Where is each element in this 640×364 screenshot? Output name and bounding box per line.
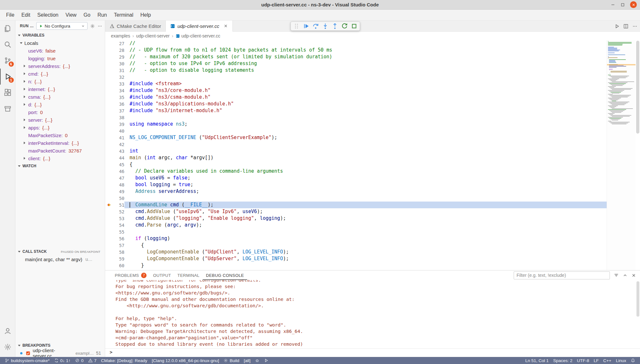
code-text[interactable] [124,74,607,80]
gutter[interactable] [105,168,114,175]
editor-tab-cmake-cache-editor[interactable]: CMake Cache Editor [105,21,166,31]
maximize-panel-icon[interactable] [623,273,627,278]
run-more-actions-icon[interactable] [97,24,102,29]
debug-settings-gear-icon[interactable] [90,24,95,29]
gutter[interactable] [105,141,114,148]
variable-row[interactable]: useV6:false [15,47,105,54]
code-line-44[interactable]: 44main (int argc, char *argv[]) [105,154,607,161]
variable-row[interactable]: maxPacketCount:32767 [15,147,105,154]
call-stack-frame[interactable]: main(int argc, char ** argv) u… [15,255,105,263]
variables-section-header[interactable]: VARIABLES [15,31,105,39]
menu-edit[interactable]: Edit [18,10,34,20]
gutter[interactable] [105,242,114,249]
gutter[interactable] [105,107,114,114]
variable-row[interactable]: cmd:{...} [15,70,105,78]
code-text[interactable]: Address serverAddress; [124,188,607,195]
breakpoint-row[interactable]: udp-client-server.cc exampl… 51 [15,349,105,357]
activity-extensions[interactable] [0,85,15,101]
code-line-35[interactable]: 35#include "ns3/csma-module.h" [105,94,607,101]
activity-source-control[interactable]: 6 [0,53,15,69]
split-editor-icon[interactable] [623,24,628,29]
gutter[interactable] [105,54,114,60]
code-line-42[interactable]: 42 [105,141,607,148]
menu-run[interactable]: Run [94,10,110,20]
variables-scope-locals[interactable]: Locals [15,39,105,47]
variable-row[interactable]: d:{...} [15,101,105,108]
code-line-45[interactable]: 45{ [105,161,607,168]
code-text[interactable]: LogComponentEnable ("UdpClient", LOG_LEV… [124,249,607,255]
code-line-29[interactable]: 29// - maximum of 320 packets sent (or l… [105,54,607,60]
code-line-36[interactable]: 36#include "ns3/applications-module.h" [105,101,607,107]
code-line-33[interactable]: 33#include <fstream> [105,80,607,87]
code-text[interactable]: cmd.Parse (argc, argv); [124,222,607,228]
code-line-56[interactable]: 56 if (logging) [105,235,607,242]
current-line-gutter[interactable] [105,202,114,208]
status-warnings[interactable]: 7 [86,357,99,364]
code-line-40[interactable]: 40 [105,128,607,134]
editor-scrollbar[interactable] [636,40,640,270]
editor-tab-udp-client-server-cc[interactable]: udp-client-server.cc [166,21,232,32]
activity-cmake-tools[interactable] [0,101,15,117]
code-text[interactable]: #include <fstream> [124,80,607,87]
console-scrollbar[interactable] [636,281,639,317]
code-text[interactable]: // [124,40,607,47]
code-text[interactable]: // - option to use IPv4 or IPv6 addressi… [124,60,607,67]
panel-tab-output[interactable]: OUTPUT [150,270,174,280]
gutter[interactable] [105,255,114,262]
code-line-58[interactable]: 58 LogComponentEnable ("UdpClient", LOG_… [105,249,607,255]
code-line-52[interactable]: 52 cmd.AddValue ("useIpv6", "Use Ipv6", … [105,208,607,215]
status-cmake-debug[interactable] [253,357,262,364]
code-text[interactable]: CommandLine cmd (__FILE__); [124,202,607,208]
gutter[interactable] [105,181,114,188]
code-text[interactable] [124,195,607,202]
code-line-57[interactable]: 57 { [105,242,607,249]
code-text[interactable]: #include "ns3/csma-module.h" [124,94,607,101]
panel-tab-debug-console[interactable]: DEBUG CONSOLE [203,270,247,280]
gutter[interactable] [105,60,114,67]
console-filter-input[interactable] [514,271,610,279]
menu-go[interactable]: Go [80,10,94,20]
close-tab-icon[interactable] [223,24,228,28]
code-line-30[interactable]: 30// - option to use IPv4 or IPv6 addres… [105,60,607,67]
status-git-branch[interactable]: buildsystem-cmake* [3,357,52,364]
debug-console-output[interactable]: Type "show configuration" for configurat… [105,280,640,357]
code-text[interactable]: #include "ns3/internet-module.h" [124,107,607,114]
variable-row[interactable]: internet:{...} [15,85,105,93]
activity-manage[interactable] [0,339,15,355]
code-text[interactable]: using namespace ns3; [124,121,607,128]
step-out-icon[interactable] [332,23,338,29]
code-text[interactable]: // - option to disable logging statement… [124,67,607,74]
variable-row[interactable]: logging:true [15,54,105,62]
code-line-59[interactable]: 59 LogComponentEnable ("UdpServer", LOG_… [105,255,607,262]
start-debug-icon[interactable] [39,24,43,28]
code-line-55[interactable]: 55 [105,228,607,235]
console-input-prompt[interactable]: > [105,348,640,355]
activity-explorer[interactable] [0,21,15,37]
code-line-47[interactable]: 47 bool useV6 = false; [105,175,607,181]
variable-row[interactable]: client:{...} [15,154,105,162]
variable-row[interactable]: interPacketInterval:{...} [15,139,105,147]
code-line-41[interactable]: 41NS_LOG_COMPONENT_DEFINE ("UdpClientSer… [105,134,607,141]
code-text[interactable]: #include "ns3/core-module.h" [124,87,607,94]
gutter[interactable] [105,40,114,47]
code-text[interactable]: // - maximum of 320 packets sent (or lim… [124,54,607,60]
gutter[interactable] [105,154,114,161]
status-cmake-run[interactable] [262,357,271,364]
gutter[interactable] [105,128,114,134]
status-notifications[interactable] [628,357,637,364]
status-eol[interactable]: LF [591,357,601,364]
code-text[interactable]: if (logging) [124,235,607,242]
code-line-61[interactable]: 61 [105,269,607,270]
status-encoding[interactable]: UTF-8 [575,357,591,364]
continue-icon[interactable] [303,23,309,29]
step-into-icon[interactable] [322,23,329,29]
status-git-sync[interactable]: 0↓ 1↑ [52,357,73,364]
gutter[interactable] [105,269,114,270]
activity-run-and-debug[interactable]: 1 [0,69,15,85]
status-language-mode[interactable]: C++ [601,357,614,364]
status-remote-os[interactable]: Linux [614,357,628,364]
code-text[interactable]: bool logging = true; [124,181,607,188]
gutter[interactable] [105,67,114,74]
menu-view[interactable]: View [62,10,80,20]
activity-account[interactable] [0,323,15,339]
